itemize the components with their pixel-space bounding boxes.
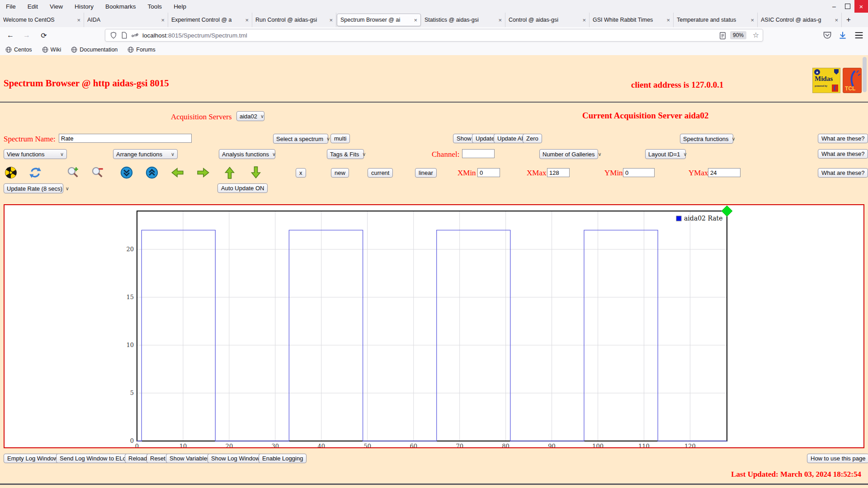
refresh-icon[interactable] bbox=[29, 166, 42, 179]
tab-close-icon[interactable]: × bbox=[666, 17, 670, 23]
x-axis-button[interactable]: x bbox=[296, 168, 306, 178]
bookmark-star-icon[interactable]: ☆ bbox=[753, 31, 759, 39]
maximize-button[interactable] bbox=[841, 0, 854, 13]
reader-view-icon[interactable] bbox=[720, 32, 726, 39]
tab-close-icon[interactable]: × bbox=[750, 17, 754, 23]
menu-history[interactable]: History bbox=[69, 3, 99, 10]
spectra-functions-dropdown[interactable]: Spectra functions∨ bbox=[680, 134, 733, 144]
tab-active[interactable]: Spectrum Browser @ ai× bbox=[337, 14, 421, 26]
zero-button[interactable]: Zero bbox=[523, 134, 542, 143]
tab[interactable]: Statistics @ aidas-gsi× bbox=[421, 13, 505, 27]
analysis-functions-dropdown[interactable]: Analysis functions∨ bbox=[219, 149, 275, 159]
forward-button[interactable]: → bbox=[21, 29, 33, 41]
shift-down-icon[interactable] bbox=[120, 166, 133, 179]
tab-close-icon[interactable]: × bbox=[245, 17, 249, 23]
auto-update-button[interactable]: Auto Update ON bbox=[217, 183, 268, 193]
log-button[interactable]: Empty Log Window bbox=[4, 454, 61, 463]
multi-button[interactable]: multi bbox=[330, 134, 350, 143]
tab-close-icon[interactable]: × bbox=[582, 17, 586, 23]
tab[interactable]: Control @ aidas-gsi× bbox=[505, 13, 590, 27]
how-to-use-button[interactable]: How to use this page bbox=[807, 454, 868, 463]
marker-diamond[interactable] bbox=[722, 206, 732, 216]
shield-permissions-icon[interactable] bbox=[110, 32, 117, 39]
chevron-down-icon: ∨ bbox=[171, 151, 175, 157]
menu-file[interactable]: File bbox=[0, 3, 22, 10]
layout-id-dropdown[interactable]: Layout ID=1∨ bbox=[645, 149, 686, 159]
menu-bookmarks[interactable]: Bookmarks bbox=[99, 3, 142, 10]
log-button[interactable]: Enable Logging bbox=[259, 454, 307, 463]
arrow-down-icon[interactable] bbox=[250, 166, 262, 179]
tab-close-icon[interactable]: × bbox=[77, 17, 80, 23]
zoom-in-icon[interactable] bbox=[67, 166, 80, 179]
arrange-functions-dropdown[interactable]: Arrange functions∨ bbox=[113, 149, 178, 159]
zoom-level-badge[interactable]: 90% bbox=[730, 31, 746, 39]
current-button[interactable]: current bbox=[368, 168, 393, 178]
menu-tools[interactable]: Tools bbox=[142, 3, 168, 10]
arrow-left-icon[interactable] bbox=[171, 166, 184, 179]
tab[interactable]: Welcome to CentOS× bbox=[0, 13, 84, 27]
page-info-icon[interactable] bbox=[121, 32, 127, 39]
tab-close-icon[interactable]: × bbox=[161, 17, 165, 23]
what-are-these-button-2[interactable]: What are these? bbox=[818, 149, 868, 159]
reload-button[interactable]: ⟳ bbox=[38, 29, 50, 41]
menu-help[interactable]: Help bbox=[168, 3, 192, 10]
scrollbar-thumb[interactable] bbox=[863, 57, 867, 92]
what-are-these-button-3[interactable]: What are these? bbox=[818, 168, 868, 178]
back-button[interactable]: ← bbox=[5, 29, 16, 41]
log-button[interactable]: Show Log Window bbox=[208, 454, 264, 463]
tracking-protection-icon[interactable] bbox=[131, 32, 139, 39]
tab-close-icon[interactable]: × bbox=[498, 17, 502, 23]
tab[interactable]: Experiment Control @ a× bbox=[168, 13, 252, 27]
pocket-icon[interactable] bbox=[823, 31, 832, 40]
log-button[interactable]: Show Variables bbox=[166, 454, 213, 463]
what-are-these-button-1[interactable]: What are these? bbox=[818, 134, 868, 143]
acquisition-servers-label: Acquisition Servers bbox=[171, 113, 232, 122]
minimize-button[interactable]: – bbox=[827, 0, 841, 13]
zoom-out-icon[interactable] bbox=[91, 166, 104, 179]
update-rate-label: Update Rate (8 secs) bbox=[7, 185, 62, 192]
midas-tcl-thumb bbox=[832, 84, 838, 92]
view-functions-dropdown[interactable]: View functions∨ bbox=[4, 149, 67, 159]
url-bar[interactable]: localhost:8015/Spectrum/Spectrum.tml 90%… bbox=[105, 29, 763, 42]
linear-button[interactable]: linear bbox=[415, 168, 437, 178]
update-rate-dropdown[interactable]: Update Rate (8 secs)∨ bbox=[4, 183, 63, 193]
tab-close-icon[interactable]: × bbox=[414, 17, 417, 23]
tags-fits-dropdown[interactable]: Tags & Fits∨ bbox=[327, 149, 364, 159]
globe-icon bbox=[5, 47, 12, 53]
acquisition-server-select[interactable]: aida02∨ bbox=[236, 111, 264, 121]
ymax-input[interactable] bbox=[708, 168, 741, 177]
tab-close-icon[interactable]: × bbox=[835, 17, 838, 23]
menu-view[interactable]: View bbox=[44, 3, 69, 10]
bookmark-centos[interactable]: Centos bbox=[5, 47, 32, 53]
tab-title: Temperature and status bbox=[677, 17, 749, 23]
arrow-right-icon[interactable] bbox=[197, 166, 210, 179]
spectrum-plot[interactable]: 010203040506070809010011012005101520aida… bbox=[5, 205, 863, 447]
new-tab-button[interactable]: + bbox=[842, 13, 855, 27]
number-of-galleries-dropdown[interactable]: Number of Galleries∨ bbox=[539, 149, 598, 159]
new-button[interactable]: new bbox=[331, 168, 349, 178]
tab[interactable]: ASIC Control @ aidas-g× bbox=[758, 13, 842, 27]
tab[interactable]: AIDA× bbox=[84, 13, 168, 27]
tab[interactable]: Run Control @ aidas-gsi× bbox=[252, 13, 336, 27]
hamburger-menu-icon[interactable] bbox=[854, 31, 863, 39]
spectrum-name-input[interactable] bbox=[59, 134, 192, 143]
download-icon[interactable] bbox=[838, 31, 847, 40]
xmax-input[interactable] bbox=[547, 168, 570, 177]
shift-up-icon[interactable] bbox=[146, 166, 158, 179]
xmin-input[interactable] bbox=[477, 168, 500, 177]
tab-close-icon[interactable]: × bbox=[329, 17, 333, 23]
tab[interactable]: Temperature and status× bbox=[674, 13, 758, 27]
channel-input[interactable] bbox=[462, 149, 495, 158]
bookmark-forums[interactable]: Forums bbox=[127, 47, 155, 53]
radiation-icon[interactable] bbox=[5, 166, 17, 179]
menu-edit[interactable]: Edit bbox=[22, 3, 44, 10]
ymin-input[interactable] bbox=[623, 168, 655, 177]
tab[interactable]: GSI White Rabbit Times× bbox=[590, 13, 674, 27]
url-text[interactable]: localhost:8015/Spectrum/Spectrum.tml bbox=[142, 32, 247, 39]
bookmark-documentation[interactable]: Documentation bbox=[71, 47, 118, 53]
log-button[interactable]: Send Log Window to ELog bbox=[56, 454, 133, 463]
close-button[interactable]: × bbox=[854, 0, 868, 13]
arrow-up-icon[interactable] bbox=[223, 166, 236, 179]
select-spectrum-dropdown[interactable]: Select a spectrum∨ bbox=[273, 134, 328, 144]
bookmark-wiki[interactable]: Wiki bbox=[42, 47, 61, 53]
